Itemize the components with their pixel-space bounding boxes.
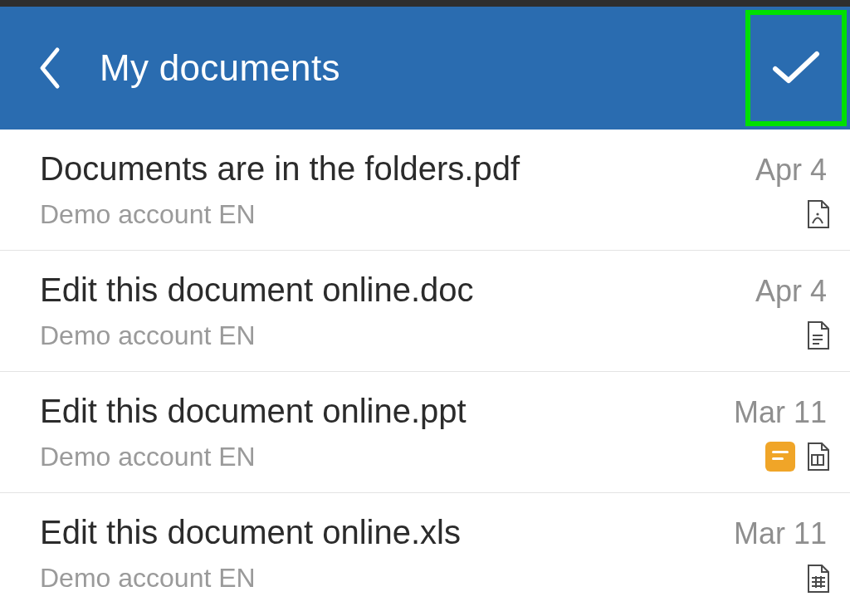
page-title: My documents (100, 47, 340, 89)
chevron-left-icon (37, 46, 62, 90)
document-list: Documents are in the folders.pdf Apr 4 D… (0, 130, 850, 614)
list-item[interactable]: Edit this document online.ppt Mar 11 Dem… (0, 372, 850, 493)
ppt-file-icon (805, 442, 830, 472)
xls-file-icon (805, 564, 830, 594)
file-date: Apr 4 (755, 153, 827, 188)
file-name: Edit this document online.ppt (40, 393, 467, 430)
back-button[interactable] (0, 7, 100, 130)
list-item[interactable]: Edit this document online.doc Apr 4 Demo… (0, 251, 850, 372)
confirm-button[interactable] (745, 10, 847, 126)
file-date: Mar 11 (734, 395, 827, 430)
window-top-strip (0, 0, 850, 7)
file-owner: Demo account EN (40, 442, 256, 472)
file-name: Edit this document online.xls (40, 514, 461, 551)
note-badge-icon (765, 442, 795, 472)
file-owner: Demo account EN (40, 320, 256, 351)
file-owner: Demo account EN (40, 563, 256, 594)
file-name: Documents are in the folders.pdf (40, 150, 520, 188)
doc-file-icon (805, 320, 830, 350)
file-name: Edit this document online.doc (40, 271, 474, 309)
list-item[interactable]: Edit this document online.xls Mar 11 Dem… (0, 493, 850, 614)
file-owner: Demo account EN (40, 199, 256, 230)
pdf-file-icon (805, 199, 830, 229)
list-item[interactable]: Documents are in the folders.pdf Apr 4 D… (0, 130, 850, 251)
file-date: Mar 11 (734, 516, 827, 551)
svg-point-0 (816, 213, 818, 215)
checkmark-icon (772, 51, 820, 86)
file-date: Apr 4 (755, 274, 827, 309)
app-header: My documents (0, 7, 850, 130)
